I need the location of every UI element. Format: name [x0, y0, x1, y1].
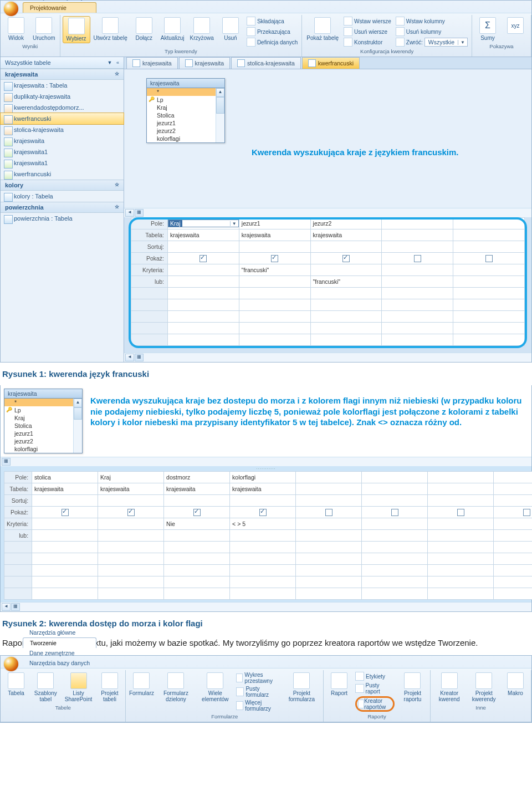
grid-cell[interactable]: [296, 507, 362, 518]
field-row[interactable]: *: [4, 399, 82, 406]
grid-cell[interactable]: [98, 507, 164, 518]
checkbox[interactable]: [414, 255, 421, 262]
grid-cell[interactable]: dostmorz: [164, 472, 230, 483]
field-row[interactable]: jezurz1: [4, 430, 82, 437]
grid-cell[interactable]: [362, 530, 428, 542]
grid-cell[interactable]: [296, 530, 362, 542]
grid-cell[interactable]: [230, 507, 296, 518]
document-tab[interactable]: krajeswaita: [179, 57, 231, 69]
grid-cell[interactable]: [310, 264, 382, 276]
grid-cell[interactable]: [310, 241, 382, 253]
ribbon-button[interactable]: Formularz dzielony: [156, 671, 196, 703]
nav-item[interactable]: krajeswaita1: [1, 157, 124, 169]
ribbon-small-button[interactable]: Wstaw wiersze: [342, 16, 393, 26]
grid-cell[interactable]: krajeswaita: [32, 483, 98, 495]
field-row[interactable]: Kraj: [4, 414, 82, 422]
grid-cell[interactable]: [453, 264, 525, 276]
grid-cell[interactable]: [494, 507, 532, 518]
ribbon-tab[interactable]: Dane zewnętrzne: [23, 648, 96, 658]
grid-cell[interactable]: stolica: [32, 472, 98, 483]
grid-cell[interactable]: [494, 530, 532, 542]
grid-cell[interactable]: [296, 495, 362, 507]
grid-cell[interactable]: [164, 507, 230, 518]
ribbon-button[interactable]: Wybierz: [63, 16, 90, 43]
nav-category[interactable]: powierzchnia☆: [1, 202, 124, 213]
ribbon-small-button[interactable]: Wykres przestawny: [234, 671, 282, 685]
grid-cell[interactable]: [382, 229, 453, 241]
field-row[interactable]: jezurz1: [147, 119, 224, 127]
grid-cell[interactable]: krajeswaita: [168, 229, 239, 241]
grid-cell[interactable]: [296, 518, 362, 530]
grid-cell[interactable]: krajeswaita: [230, 483, 296, 495]
grid-cell[interactable]: [382, 241, 453, 253]
nav-title[interactable]: Wszystkie tabele▼ «: [1, 57, 124, 69]
ribbon-button[interactable]: Kreator kwerend: [433, 671, 466, 703]
field-row[interactable]: Stolica: [4, 422, 82, 430]
grid-cell[interactable]: [382, 253, 453, 264]
nav-category[interactable]: krajeswaita☆: [1, 69, 124, 80]
office-button[interactable]: [4, 2, 18, 16]
grid-cell[interactable]: [453, 276, 525, 288]
ribbon-button[interactable]: Projekt formularza: [283, 671, 321, 703]
ribbon-tab[interactable]: Projektowanie: [23, 2, 96, 13]
checkbox[interactable]: [457, 509, 464, 516]
ribbon-button[interactable]: Dołącz: [131, 16, 157, 42]
grid-cell[interactable]: [98, 518, 164, 530]
grid-cell[interactable]: [98, 495, 164, 507]
grid-cell[interactable]: [428, 483, 494, 495]
field-row[interactable]: kolorflagi: [147, 135, 224, 142]
checkbox[interactable]: [193, 509, 201, 516]
ribbon-button[interactable]: Tabela: [3, 671, 29, 697]
grid-cell[interactable]: [362, 495, 428, 507]
grid-cell[interactable]: [494, 483, 532, 495]
ribbon-button[interactable]: Pokaż tabelę: [304, 16, 341, 42]
grid-cell[interactable]: krajeswaita: [239, 229, 310, 241]
grid-cell[interactable]: [428, 518, 494, 530]
nav-item[interactable]: powierzchnia : Tabela: [1, 213, 124, 224]
grid-cell[interactable]: [382, 276, 453, 288]
grid-cell[interactable]: Kraj: [98, 472, 164, 483]
h-scrollbar[interactable]: ◄▦: [124, 208, 531, 217]
checkbox[interactable]: [391, 509, 398, 516]
ribbon-tab[interactable]: Narzędzia główne: [23, 627, 96, 637]
grid-cell[interactable]: [98, 530, 164, 542]
nav-item[interactable]: krajeswaita : Tabela: [1, 80, 124, 91]
nav-item[interactable]: kwerendadostępdomorz...: [1, 102, 124, 113]
checkbox[interactable]: [325, 509, 332, 516]
grid-cell[interactable]: [32, 530, 98, 542]
grid-cell[interactable]: krajeswaita: [164, 483, 230, 495]
grid-cell[interactable]: [230, 495, 296, 507]
nav-item[interactable]: kolory : Tabela: [1, 191, 124, 202]
ribbon-button[interactable]: Projekt raportu: [397, 671, 428, 703]
nav-item[interactable]: stolica-krajeswaita: [1, 124, 124, 135]
ribbon-button[interactable]: Krzyżowa: [188, 16, 216, 42]
ribbon-tab[interactable]: Narzędzia bazy danych: [23, 658, 96, 668]
grid-cell[interactable]: [428, 495, 494, 507]
grid-cell[interactable]: [494, 472, 532, 483]
ribbon-button[interactable]: Uruchom: [30, 16, 58, 42]
grid-cell[interactable]: [453, 229, 525, 241]
nav-item[interactable]: duplikaty-krajeswaita: [1, 91, 124, 102]
field-row[interactable]: 🔑Lp: [147, 96, 224, 104]
ribbon-small-button[interactable]: Konstruktor: [342, 37, 393, 47]
grid-cell[interactable]: [453, 253, 525, 264]
grid-cell[interactable]: [453, 218, 525, 229]
ribbon-button[interactable]: Utwórz tabelę: [91, 16, 130, 42]
field-row[interactable]: jezurz2: [147, 127, 224, 135]
grid-cell[interactable]: [428, 507, 494, 518]
ribbon-small-button[interactable]: Definicja danych: [245, 37, 299, 47]
nav-item[interactable]: krajeswaita: [1, 135, 124, 146]
checkbox[interactable]: [259, 509, 267, 516]
ribbon-button[interactable]: ΣSumy: [474, 16, 501, 42]
ribbon-small-button[interactable]: Składająca: [245, 16, 299, 26]
field-list[interactable]: krajeswaita *🔑LpKrajStolicajezurz1jezurz…: [146, 78, 225, 143]
ribbon-small-button[interactable]: Usuń wiersze: [342, 27, 393, 37]
ribbon-button[interactable]: Widok: [3, 16, 29, 42]
grid-cell[interactable]: [362, 472, 428, 483]
grid-cell[interactable]: [296, 483, 362, 495]
ribbon-button[interactable]: Formularz: [128, 671, 155, 697]
ribbon-button[interactable]: Wiele elementów: [197, 671, 233, 703]
ribbon-button[interactable]: Projekt kwerendy: [467, 671, 501, 703]
grid-cell[interactable]: [239, 253, 310, 264]
grid-cell[interactable]: [230, 530, 296, 542]
